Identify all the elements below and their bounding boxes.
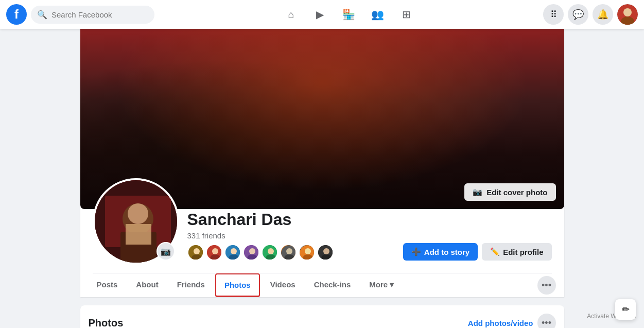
friend-avatar-5[interactable] bbox=[262, 244, 278, 261]
edit-cover-button[interactable]: 📷 Edit cover photo bbox=[464, 183, 555, 201]
photos-content-area: Photos Add photos/video ••• Photos of Yo… bbox=[80, 305, 564, 328]
tab-more[interactable]: More ▾ bbox=[361, 274, 402, 297]
svg-point-19 bbox=[249, 248, 255, 254]
search-icon: 🔍 bbox=[37, 10, 47, 20]
add-to-story-label: Add to story bbox=[424, 248, 469, 256]
tab-about[interactable]: About bbox=[128, 274, 166, 297]
nav-icons-center: ⌂ ▶ 🏪 👥 ⊞ bbox=[159, 2, 539, 27]
marketplace-nav-button[interactable]: 🏪 bbox=[337, 2, 361, 27]
edit-float-button[interactable]: ✏ bbox=[615, 299, 636, 320]
add-photos-button[interactable]: Add photos/video bbox=[468, 319, 533, 327]
photos-more-button[interactable]: ••• bbox=[537, 314, 556, 328]
groups-nav-button[interactable]: 👥 bbox=[365, 2, 390, 27]
friend-avatar-2[interactable] bbox=[206, 244, 222, 261]
friends-count[interactable]: 331 friends bbox=[187, 231, 395, 240]
tab-photos[interactable]: Photos bbox=[215, 273, 260, 297]
pencil-icon: ✏️ bbox=[490, 247, 500, 256]
svg-point-28 bbox=[305, 248, 311, 254]
photos-header-actions: Add photos/video ••• bbox=[468, 314, 556, 328]
video-nav-button[interactable]: ▶ bbox=[308, 2, 333, 27]
friend-avatar-7[interactable] bbox=[299, 244, 315, 261]
user-avatar-button[interactable] bbox=[617, 4, 638, 25]
friend-avatar-3[interactable] bbox=[224, 244, 241, 261]
top-navigation: f 🔍 ⌂ ▶ 🏪 👥 ⊞ ⠿ 💬 🔔 bbox=[0, 0, 644, 29]
notifications-button[interactable]: 🔔 bbox=[593, 4, 613, 25]
tab-checkins[interactable]: Check-ins bbox=[306, 274, 359, 297]
svg-point-25 bbox=[286, 248, 292, 254]
edit-profile-label: Edit profile bbox=[503, 248, 543, 256]
tab-friends[interactable]: Friends bbox=[169, 274, 213, 297]
friend-avatar-4[interactable] bbox=[243, 244, 259, 261]
friend-avatar-6[interactable] bbox=[280, 244, 297, 261]
friend-avatars bbox=[187, 244, 395, 261]
tab-overflow-button[interactable]: ••• bbox=[537, 276, 556, 295]
messenger-button[interactable]: 💬 bbox=[568, 4, 588, 25]
edit-cover-label: Edit cover photo bbox=[486, 188, 547, 197]
edit-profile-button[interactable]: ✏️ Edit profile bbox=[482, 243, 551, 261]
search-input[interactable] bbox=[51, 10, 148, 19]
facebook-logo[interactable]: f bbox=[6, 4, 27, 25]
svg-point-1 bbox=[623, 8, 632, 16]
gaming-nav-button[interactable]: ⊞ bbox=[394, 2, 419, 27]
svg-rect-8 bbox=[126, 224, 151, 245]
profile-avatar-wrap: 📷 bbox=[93, 178, 179, 265]
main-content: 📷 Edit cover photo bbox=[0, 29, 644, 328]
home-nav-button[interactable]: ⌂ bbox=[279, 2, 304, 27]
svg-point-31 bbox=[323, 248, 329, 254]
photos-title: Photos bbox=[89, 317, 124, 329]
profile-tabs: Posts About Friends Photos Videos Check-… bbox=[80, 273, 564, 297]
profile-name: Sanchari Das bbox=[187, 210, 395, 229]
profile-section: 📷 Edit cover photo bbox=[80, 29, 564, 297]
camera-icon: 📷 bbox=[473, 187, 482, 197]
svg-point-22 bbox=[268, 248, 274, 254]
plus-icon: ➕ bbox=[411, 247, 421, 256]
svg-point-10 bbox=[194, 248, 200, 254]
svg-point-16 bbox=[231, 248, 237, 254]
tab-videos[interactable]: Videos bbox=[262, 274, 304, 297]
avatar-camera-icon[interactable]: 📷 bbox=[156, 242, 175, 261]
profile-name-section: Sanchari Das 331 friends bbox=[187, 210, 395, 265]
grid-menu-button[interactable]: ⠿ bbox=[543, 4, 564, 25]
friend-avatar-8[interactable] bbox=[317, 244, 334, 261]
search-bar[interactable]: 🔍 bbox=[31, 6, 154, 24]
svg-point-7 bbox=[128, 203, 148, 224]
add-to-story-button[interactable]: ➕ Add to story bbox=[403, 243, 478, 261]
tab-posts[interactable]: Posts bbox=[89, 274, 126, 297]
nav-right-actions: ⠿ 💬 🔔 bbox=[543, 4, 638, 25]
svg-point-13 bbox=[212, 248, 218, 254]
friend-avatar-1[interactable] bbox=[187, 244, 204, 261]
profile-info-row: 📷 Sanchari Das 331 friends bbox=[80, 209, 564, 273]
profile-actions: ➕ Add to story ✏️ Edit profile bbox=[403, 243, 552, 265]
photos-header: Photos Add photos/video ••• bbox=[89, 314, 556, 328]
